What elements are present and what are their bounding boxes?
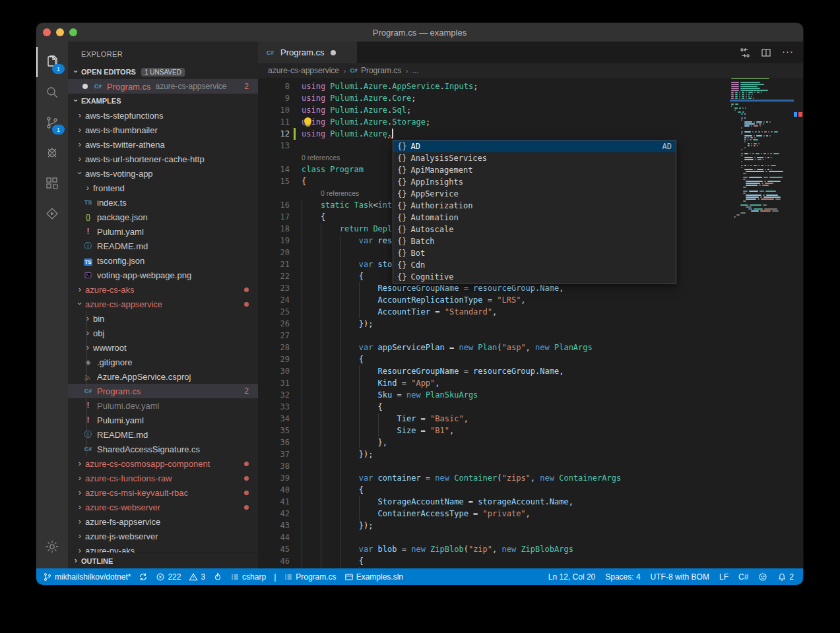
breadcrumb-file[interactable]: Program.cs [361, 66, 401, 75]
status-flame[interactable] [213, 572, 222, 582]
activity-debug-icon[interactable] [36, 138, 68, 168]
tree-item-azure-cs-webserver[interactable]: ›azure-cs-webserver [68, 500, 258, 514]
code-line-11[interactable]: 11using Pulumi.Azure.Storage; [258, 116, 730, 128]
minimap[interactable] [730, 78, 794, 568]
tree-item-tsconfig-json[interactable]: TStsconfig.json [68, 253, 258, 268]
code-line-10[interactable]: 10using Pulumi.Azure.Sql; [258, 104, 730, 116]
code-line-47[interactable]: 47StorageAccountName = storageAccount.Na… [258, 567, 730, 568]
suggest-item-appservice[interactable]: {}AppService [393, 188, 676, 200]
code-editor[interactable]: 8using Pulumi.Azure.AppService.Inputs;9u… [258, 78, 803, 568]
breadcrumb-symbol[interactable]: ... [412, 66, 419, 75]
minimize-button[interactable] [56, 28, 64, 36]
open-editors-header[interactable]: › OPEN EDITORS 1 UNSAVED [68, 65, 258, 79]
tree-item-azure-js-webserver[interactable]: ›azure-js-webserver [68, 529, 258, 543]
code-line-40[interactable]: 40{ [258, 484, 730, 496]
code-line-41[interactable]: 41StorageAccountName = storageAccount.Na… [258, 496, 730, 508]
code-line-38[interactable]: 38 [258, 460, 730, 472]
suggest-item-batch[interactable]: {}Batch [393, 235, 676, 247]
tree-item-pulumi-yaml[interactable]: !Pulumi.yaml [68, 413, 258, 427]
suggest-item-bot[interactable]: {}Bot [393, 247, 676, 259]
tree-item-package-json[interactable]: {}package.json [68, 210, 258, 224]
code-line-26[interactable]: 26}); [258, 318, 730, 330]
status-222[interactable]: 222 [156, 572, 181, 582]
code-line-24[interactable]: 24AccountReplicationType = "LRS", [258, 294, 730, 306]
tree-item-azure-cs-aks[interactable]: ›azure-cs-aks [68, 282, 258, 297]
tree-item--gitignore[interactable]: ◈.gitignore [68, 355, 258, 369]
tree-item-wwwroot[interactable]: ›wwwroot [68, 340, 258, 355]
status-3[interactable]: 3 [189, 572, 205, 582]
tree-item-sharedaccesssignature-cs[interactable]: C#SharedAccessSignature.cs [68, 442, 258, 456]
code-line-35[interactable]: 35Size = "B1", [258, 425, 730, 437]
activity-pulumi-icon[interactable] [36, 198, 68, 229]
tree-item-aws-ts-thumbnailer[interactable]: ›aws-ts-thumbnailer [68, 123, 258, 137]
tree-item-readme-md[interactable]: ⓘREADME.md [68, 427, 258, 442]
tree-item-aws-ts-url-shortener-cache-http[interactable]: ›aws-ts-url-shortener-cache-http [68, 152, 258, 166]
activity-extensions-icon[interactable] [36, 168, 68, 198]
close-button[interactable] [43, 28, 51, 36]
tree-item-azure-fs-appservice[interactable]: ›azure-fs-appservice [68, 514, 258, 529]
status-program-cs[interactable]: Program.cs [284, 572, 336, 582]
tree-item-aws-ts-voting-app[interactable]: ›aws-ts-voting-app [68, 166, 258, 181]
open-changes-icon[interactable] [740, 47, 750, 58]
suggest-item-cdn[interactable]: {}Cdn [393, 259, 676, 271]
tree-item-aws-ts-stepfunctions[interactable]: ›aws-ts-stepfunctions [68, 108, 258, 123]
tree-item-voting-app-webpage-png[interactable]: voting-app-webpage.png [68, 268, 258, 282]
code-line-43[interactable]: 43}); [258, 520, 730, 531]
code-line-30[interactable]: 30ResourceGroupName = resourceGroup.Name… [258, 365, 730, 377]
status-spaces-4[interactable]: Spaces: 4 [605, 572, 640, 582]
zoom-button[interactable] [69, 28, 77, 36]
outline-section-header[interactable]: › OUTLINE [68, 553, 258, 568]
open-editor-item[interactable]: C# Program.cs azure-cs-appservice 2 [68, 79, 258, 94]
code-line-46[interactable]: 46{ [258, 555, 730, 567]
code-line-44[interactable]: 44 [258, 531, 730, 543]
suggest-item-analysisservices[interactable]: {}AnalysisServices [393, 152, 676, 164]
code-line-42[interactable]: 42ContainerAccessType = "private", [258, 508, 730, 520]
lightbulb-icon[interactable] [304, 117, 311, 125]
status-utf-8-with-bom[interactable]: UTF-8 with BOM [651, 572, 709, 582]
tree-item-bin[interactable]: ›bin [68, 311, 258, 326]
code-line-12[interactable]: 12using Pulumi.Azure. [258, 128, 730, 140]
tree-item-azure-cs-msi-keyvault-rbac[interactable]: ›azure-cs-msi-keyvault-rbac [68, 485, 258, 500]
tree-item-obj[interactable]: ›obj [68, 326, 258, 340]
breadcrumb-folder[interactable]: azure-cs-appservice [268, 66, 339, 75]
activity-source-control-icon[interactable]: 1 [36, 107, 68, 138]
split-editor-icon[interactable] [761, 47, 771, 58]
code-line-8[interactable]: 8using Pulumi.Azure.AppService.Inputs; [258, 80, 730, 92]
status-sync[interactable] [139, 572, 148, 582]
suggest-item-appinsights[interactable]: {}AppInsights [393, 176, 676, 188]
suggest-item-ad[interactable]: {}ADAD [393, 140, 676, 152]
status-c-[interactable]: C# [738, 572, 748, 582]
code-line-45[interactable]: 45var blob = new ZipBlob("zip", new ZipB… [258, 543, 730, 555]
suggest-item-automation[interactable]: {}Automation [393, 212, 676, 224]
code-line-31[interactable]: 31Kind = "App", [258, 377, 730, 389]
code-line-32[interactable]: 32Sku = new PlanSkuArgs [258, 389, 730, 401]
tree-item-pulumi-dev-yaml[interactable]: !Pulumi.dev.yaml [68, 398, 258, 413]
code-line-34[interactable]: 34Tier = "Basic", [258, 413, 730, 425]
overview-ruler[interactable] [794, 78, 803, 568]
suggest-item-cognitive[interactable]: {}Cognitive [393, 271, 676, 283]
suggest-item-autoscale[interactable]: {}Autoscale [393, 224, 676, 235]
code-line-27[interactable]: 27 [258, 330, 730, 342]
code-line-23[interactable]: 23ResourceGroupName = resourceGroup.Name… [258, 282, 730, 294]
status-ln-12-col-20[interactable]: Ln 12, Col 20 [548, 572, 595, 582]
status-examples-sln[interactable]: Examples.sln [344, 572, 403, 582]
tree-item-pulumi-yaml[interactable]: !Pulumi.yaml [68, 224, 258, 239]
code-line-36[interactable]: 36}, [258, 437, 730, 448]
examples-section-header[interactable]: › EXAMPLES [68, 94, 258, 108]
status-smiley[interactable] [758, 572, 767, 582]
status-lf[interactable]: LF [719, 572, 728, 582]
tree-item-azure-appservice-csproj[interactable]: Azure.AppService.csproj [68, 369, 258, 384]
suggest-item-apimanagement[interactable]: {}ApiManagement [393, 164, 676, 176]
status-mikhailshilkov-dotnet-[interactable]: mikhailshilkov/dotnet* [43, 572, 131, 582]
status-2[interactable]: 2 [777, 572, 794, 582]
code-line-39[interactable]: 39var container = new Container("zips", … [258, 472, 730, 484]
code-line-29[interactable]: 29{ [258, 353, 730, 365]
activity-explorer-icon[interactable]: 1 [36, 47, 68, 77]
tree-item-aws-ts-twitter-athena[interactable]: ›aws-ts-twitter-athena [68, 137, 258, 152]
code-line-9[interactable]: 9using Pulumi.Azure.Core; [258, 92, 730, 104]
tree-item-azure-cs-cosmosapp-component[interactable]: ›azure-cs-cosmosapp-component [68, 456, 258, 471]
more-actions-icon[interactable]: ··· [782, 45, 794, 57]
tree-item-readme-md[interactable]: ⓘREADME.md [68, 239, 258, 253]
tab-program-cs[interactable]: C# Program.cs [258, 42, 357, 63]
tree-item-azure-cs-appservice[interactable]: ›azure-cs-appservice [68, 297, 258, 311]
